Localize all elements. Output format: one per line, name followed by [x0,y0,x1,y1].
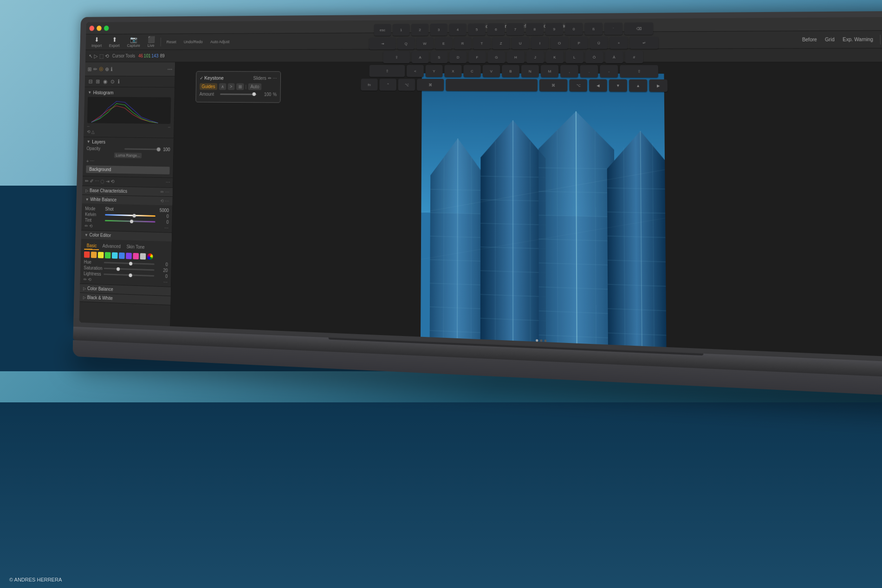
key-return[interactable]: ↵ [629,37,658,49]
tool-2[interactable]: ⊞ [95,78,101,85]
key-cmd-r[interactable]: ⌘ [539,79,567,91]
import-button[interactable]: ⬇ Import [89,35,104,49]
key-n[interactable]: N [521,65,539,77]
key-i[interactable]: I [531,37,549,49]
tp-icon-1[interactable]: ✏ [85,178,89,184]
key-5[interactable]: 5 [468,23,485,35]
wb-picker-icon[interactable]: ✏ [84,223,88,228]
layers-add-icon[interactable]: + [86,158,89,164]
key-a[interactable]: A [412,51,429,63]
key-s[interactable]: S [430,51,447,63]
key-k[interactable]: K [546,51,564,63]
key-x[interactable]: X [444,65,461,77]
key-6[interactable]: 6 [487,23,505,35]
ks-amount-slider[interactable] [220,93,257,95]
key-v[interactable]: V [483,65,500,77]
key-option-r[interactable]: ⌥ [569,79,587,92]
key-c[interactable]: C [463,65,480,77]
key-up[interactable]: ▲ [629,79,647,92]
key-space[interactable] [446,79,538,91]
key-right[interactable]: ▶ [649,79,668,92]
mask-icon[interactable]: ☉ [99,66,104,72]
key-r[interactable]: R [454,37,471,49]
ce-icon-1[interactable]: ✏ [84,277,87,282]
key-g[interactable]: G [488,51,506,63]
swatch-orange[interactable] [91,252,97,258]
key-w[interactable]: W [416,38,434,50]
key-9[interactable]: 9 [545,23,563,35]
key-o[interactable]: O [551,37,568,49]
hist-icon-2[interactable]: △ [91,129,95,135]
layers-icon[interactable]: ⊞ [88,66,92,72]
key-y[interactable]: Y [426,65,443,77]
key-4[interactable]: 4 [449,24,466,36]
key-capslock[interactable]: ⇪ [383,51,410,63]
key-2[interactable]: 2 [411,24,428,36]
key-b[interactable]: B [502,65,519,77]
hist-icon-1[interactable]: ⟲ [87,129,90,135]
layers-more-icon[interactable]: ⋯ [90,158,95,164]
ks-h-btn[interactable]: > [227,83,234,90]
ks-check[interactable]: ✓ [200,75,203,80]
key-p[interactable]: P [570,37,588,49]
key-t[interactable]: T [473,37,490,49]
ce-icon-2[interactable]: ⟲ [88,277,91,282]
tp-icon-3[interactable]: ⋯ [95,178,99,184]
key-option[interactable]: ⌥ [398,79,415,91]
key-tab[interactable]: ⇥ [369,38,396,50]
key-shift-r[interactable]: ⇧ [620,65,658,78]
ks-grid-btn[interactable]: ⊞ [236,83,244,90]
key-1[interactable]: 1 [393,24,410,36]
key-u[interactable]: U [512,37,529,49]
key-ue[interactable]: Ü [590,37,608,49]
edit-icon[interactable]: ✏ [93,66,97,72]
key-q[interactable]: Q [397,38,415,50]
key-ss[interactable]: ß [584,23,603,35]
key-j[interactable]: J [526,51,544,63]
key-0[interactable]: 0 [565,23,583,35]
key-cmd-l[interactable]: ⌘ [417,79,444,91]
key-down[interactable]: ▼ [609,79,627,92]
wb-reset-icon2[interactable]: ⟲ [89,224,92,229]
key-3[interactable]: 3 [430,24,447,36]
key-e[interactable]: E [435,37,452,49]
key-ae[interactable]: Ä [605,51,623,64]
key-z[interactable]: Z [492,37,510,49]
ks-v-btn[interactable]: ∧ [219,83,226,90]
key-period[interactable]: . [580,65,598,77]
key-hash[interactable]: # [625,51,643,64]
tool-1[interactable]: ⊟ [87,78,94,85]
key-ctrl[interactable]: ⌃ [379,79,396,91]
key-escape[interactable]: esc [374,24,391,36]
ks-amount-value: 100 [258,92,271,97]
key-comma[interactable]: , [560,65,578,77]
key-plus[interactable]: + [610,37,628,49]
key-m[interactable]: M [541,65,558,77]
key-h[interactable]: H [507,51,525,63]
key-fn[interactable]: fn [361,79,377,91]
key-oe[interactable]: Ö [585,51,603,63]
minimize-button[interactable] [97,26,102,31]
key-f[interactable]: F [468,51,486,63]
tp-icon-2[interactable]: ✐ [90,178,93,184]
key-shift-l[interactable]: ⇧ [370,65,405,77]
ks-tabs-label[interactable]: Sliders [253,76,266,81]
key-7[interactable]: 7 [506,23,524,35]
key-d[interactable]: D [449,51,467,63]
ks-guides-btn[interactable]: Guides [200,83,217,90]
ks-icon-2[interactable]: ⋯ [272,76,277,81]
tab-basic[interactable]: Basic [84,242,99,250]
key-lt[interactable]: < [407,65,424,77]
close-button[interactable] [89,26,94,31]
key-backspace[interactable]: ⌫ [624,22,653,35]
ks-amount-thumb [253,92,256,96]
key-left[interactable]: ◀ [589,79,607,92]
swatch-red[interactable] [84,252,90,258]
ks-amount-unit: % [273,92,277,97]
key-l[interactable]: L [565,51,584,63]
key-8[interactable]: 8 [526,23,544,35]
ks-auto-btn[interactable]: Auto [248,84,261,90]
key-backtick[interactable]: ´ [604,23,623,35]
ks-icon-1[interactable]: ✏ [268,76,272,81]
key-minus[interactable]: - [600,65,618,78]
